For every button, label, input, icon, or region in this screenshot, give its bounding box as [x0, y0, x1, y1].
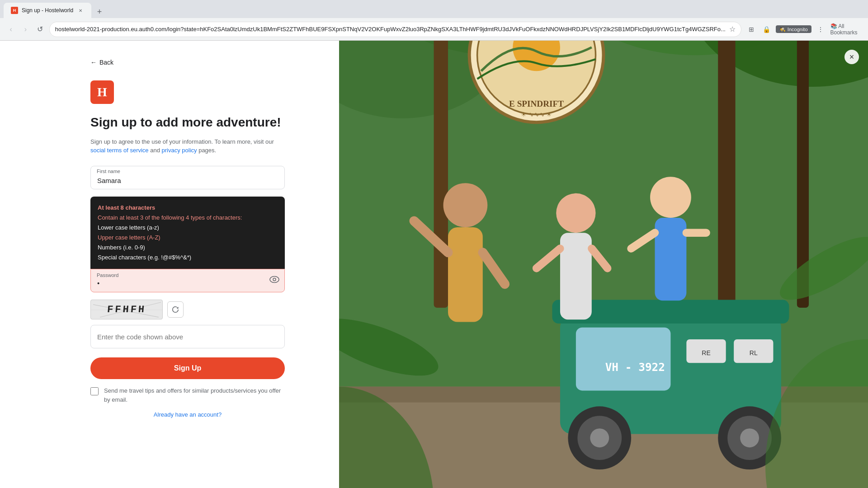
subtext-pre: Sign up to agree to the use of your info…	[90, 138, 274, 145]
captcha-code-input[interactable]	[90, 325, 285, 348]
req2: Upper case letters (A-Z)	[98, 233, 278, 243]
address-text: hostelworld-2021-production.eu.auth0.com…	[55, 26, 726, 33]
marketing-checkbox-row: Send me travel tips and offers for simil…	[90, 386, 285, 404]
svg-text:VH - 3922: VH - 3922	[605, 361, 665, 374]
back-link[interactable]: ← Back	[90, 59, 113, 66]
svg-rect-10	[434, 41, 448, 308]
svg-rect-40	[448, 227, 483, 322]
svg-point-33	[740, 428, 759, 447]
svg-text:RL: RL	[750, 349, 758, 357]
svg-rect-11	[718, 41, 735, 308]
back-arrow-icon: ←	[90, 59, 97, 66]
back-nav-button[interactable]: ‹	[5, 22, 16, 37]
incognito-icon: 🕵	[779, 26, 786, 32]
bookmarks-label: 📚 All Bookmarks	[830, 23, 863, 36]
error-line1: At least 8 characters	[98, 203, 278, 213]
signup-button[interactable]: Sign Up	[90, 357, 285, 379]
req1: Lower case letters (a-z)	[98, 223, 278, 233]
page-content: × ← Back H Sign up to add more adventure…	[0, 41, 868, 488]
incognito-badge: 🕵 Incognito	[776, 25, 811, 33]
back-label: Back	[99, 59, 113, 66]
captcha-row: FFHFH	[90, 300, 285, 319]
first-name-input[interactable]	[90, 166, 285, 189]
subtext: Sign up to agree to the use of your info…	[90, 137, 285, 155]
already-account: Already have an account?	[90, 411, 285, 418]
svg-point-47	[650, 177, 691, 218]
browser-tabs: H Sign up - Hostelworld ✕ +	[0, 0, 868, 18]
already-account-link[interactable]: Already have an account?	[154, 411, 222, 418]
extension-icons: ⊞ 🔒 🕵 Incognito ⋮	[745, 23, 827, 36]
subtext-post: pages.	[197, 147, 217, 154]
svg-point-43	[556, 193, 595, 233]
marketing-checkbox-label: Send me travel tips and offers for simil…	[104, 386, 285, 404]
req4: Special characters (e.g. !@#$%^&*)	[98, 253, 278, 263]
close-button[interactable]: ×	[844, 50, 859, 64]
tab-close-button[interactable]: ✕	[77, 7, 84, 14]
code-input-group	[90, 325, 285, 348]
extension-icon-2[interactable]: 🔒	[760, 23, 773, 36]
req3: Numbers (i.e. 0-9)	[98, 243, 278, 253]
address-bar[interactable]: hostelworld-2021-production.eu.auth0.com…	[49, 22, 741, 37]
incognito-label: Incognito	[788, 27, 808, 32]
menu-button[interactable]: ⋮	[814, 23, 827, 36]
password-wrapper: Password	[90, 269, 285, 292]
browser-chrome: H Sign up - Hostelworld ✕ + ‹ › ↺ hostel…	[0, 0, 868, 41]
tab-title: Sign up - Hostelworld	[22, 7, 73, 14]
svg-point-39	[443, 183, 488, 227]
captcha-text: FFHFH	[107, 304, 146, 315]
captcha-image: FFHFH	[90, 300, 163, 319]
password-error-tooltip: At least 8 characters Contain at least 3…	[90, 197, 285, 269]
active-tab[interactable]: H Sign up - Hostelworld ✕	[4, 3, 91, 18]
svg-point-30	[590, 428, 609, 447]
logo-letter: H	[97, 85, 107, 99]
svg-text:E SPINDRIFT: E SPINDRIFT	[509, 99, 564, 108]
marketing-checkbox[interactable]	[90, 387, 99, 395]
password-toggle-icon[interactable]	[269, 276, 279, 286]
new-tab-button[interactable]: +	[93, 5, 106, 18]
password-input[interactable]	[90, 269, 285, 292]
browser-toolbar: ‹ › ↺ hostelworld-2021-production.eu.aut…	[0, 18, 868, 40]
hostelworld-logo: H	[90, 80, 114, 104]
svg-point-1	[273, 278, 276, 281]
svg-point-0	[270, 277, 279, 283]
hostel-scene: E SPINDRIFT ☀ ∿∿∿ ☀ VH	[339, 41, 868, 488]
bookmark-star-icon[interactable]: ☆	[729, 25, 736, 33]
svg-text:RE: RE	[702, 349, 710, 357]
password-label: Password	[97, 272, 118, 278]
password-group: At least 8 characters Contain at least 3…	[90, 197, 285, 293]
social-terms-link[interactable]: social terms of service	[90, 147, 149, 154]
svg-rect-26	[576, 328, 671, 391]
error-line2: Contain at least 3 of the following 4 ty…	[98, 213, 278, 223]
captcha-refresh-button[interactable]	[167, 301, 184, 318]
svg-rect-48	[655, 218, 687, 300]
tab-favicon: H	[11, 7, 18, 14]
form-panel: ← Back H Sign up to add more adventure! …	[0, 41, 339, 488]
page-heading: Sign up to add more adventure!	[90, 115, 285, 130]
svg-text:☀ ∿∿∿ ☀: ☀ ∿∿∿ ☀	[521, 111, 552, 118]
subtext-mid: and	[149, 147, 162, 154]
reload-button[interactable]: ↺	[35, 22, 46, 37]
image-panel: E SPINDRIFT ☀ ∿∿∿ ☀ VH	[339, 41, 868, 488]
extension-icon-1[interactable]: ⊞	[745, 23, 758, 36]
forward-nav-button[interactable]: ›	[20, 22, 31, 37]
privacy-policy-link[interactable]: privacy policy	[162, 147, 197, 154]
first-name-group: First name	[90, 166, 285, 189]
svg-rect-44	[560, 233, 592, 319]
